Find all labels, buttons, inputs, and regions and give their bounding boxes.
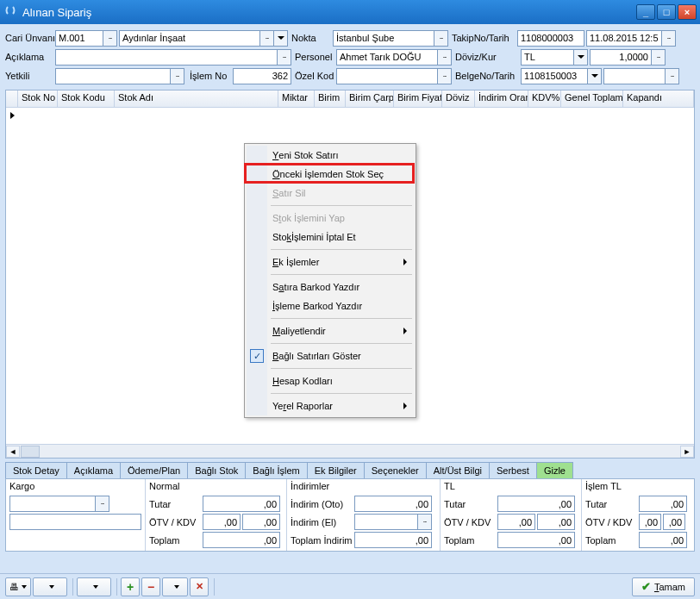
normal-toplam-label: Toplam [149, 535, 203, 546]
belge-tarih-picker[interactable]: ··· [666, 68, 679, 84]
aciklama-input[interactable] [55, 49, 278, 66]
tab-demeplan[interactable]: Ödeme/Plan [120, 462, 188, 478]
kur-picker[interactable]: ··· [652, 49, 666, 66]
footer-dropdown-3[interactable] [77, 577, 111, 596]
scroll-left-button[interactable]: ◄ [6, 446, 20, 458]
scroll-thumb[interactable] [21, 446, 40, 458]
personel-input[interactable] [336, 49, 438, 66]
doviz-input[interactable] [521, 49, 574, 66]
islem-no-label: İşlem No [190, 71, 233, 81]
nokta-input[interactable] [333, 30, 434, 47]
grid-header-miktar[interactable]: Miktar [278, 90, 315, 107]
grid-header-selector[interactable] [6, 90, 18, 107]
tab-gizle[interactable]: Gizle [536, 462, 573, 478]
cari-name-input[interactable] [119, 30, 260, 47]
cari-name-picker[interactable]: ··· [260, 30, 274, 47]
grid-header-stokadi[interactable]: Stok Adı [115, 90, 278, 107]
toplam-indirim-input[interactable] [354, 532, 432, 548]
cari-code-picker[interactable]: ··· [103, 30, 117, 47]
islemtl-toplam-input[interactable] [639, 532, 687, 548]
context-menu-item[interactable]: Hesap Kodları [247, 371, 414, 390]
grid-header-birimcarp[interactable]: Birim Çarp [346, 90, 394, 107]
tl-tutar-input[interactable] [497, 496, 575, 512]
context-menu-item[interactable]: Stok İşlemini İptal Et [247, 228, 414, 246]
tab-aklama[interactable]: Açıklama [66, 462, 121, 478]
kargo-picker[interactable]: ··· [96, 496, 109, 512]
normal-otv-input[interactable] [203, 514, 241, 530]
tab-balilem[interactable]: Bağlı İşlem [245, 462, 307, 478]
grid-header-kdv[interactable]: KDV% [528, 90, 561, 107]
print-button[interactable]: 🖶 [5, 577, 31, 596]
takip-no-input[interactable] [517, 30, 584, 47]
personel-picker[interactable]: ··· [438, 49, 452, 66]
indirim-el-picker[interactable]: ··· [418, 514, 432, 530]
context-menu-item[interactable]: Bağlı Satırları Göster✓ [247, 346, 414, 365]
kur-input[interactable] [590, 49, 652, 66]
tab-seenekler[interactable]: Seçenekler [364, 462, 427, 478]
tab-stokdetay[interactable]: Stok Detay [5, 462, 67, 478]
indirim-el-input[interactable] [354, 514, 418, 530]
minimize-button[interactable]: _ [636, 4, 655, 20]
normal-toplam-input[interactable] [203, 532, 280, 548]
add-button[interactable]: + [121, 577, 140, 596]
islem-no-input[interactable] [233, 68, 291, 84]
nokta-picker[interactable]: ··· [434, 30, 448, 47]
maximize-button[interactable]: □ [657, 4, 676, 20]
context-menu-item[interactable]: Yeni Stok Satırı [247, 146, 414, 165]
yetkili-input[interactable] [55, 68, 171, 84]
grid-header-stokno[interactable]: Stok No [18, 90, 58, 107]
grid-header-geneltoplam[interactable]: Genel Toplam [561, 90, 623, 107]
belge-no-input[interactable] [521, 68, 588, 84]
doviz-dropdown[interactable] [574, 49, 588, 66]
tl-toplam-input[interactable] [497, 532, 575, 548]
normal-tutar-input[interactable] [203, 496, 280, 512]
islemtl-tutar-input[interactable] [639, 496, 687, 512]
context-menu-item[interactable]: Önceki İşlemden Stok Seç [247, 165, 414, 184]
cari-name-dropdown[interactable] [274, 30, 288, 47]
grid-header-kapandi[interactable]: Kapandı [623, 90, 694, 107]
takip-tarih-input[interactable] [586, 30, 662, 47]
tl-kdv-input[interactable] [537, 514, 575, 530]
tab-altstbilgi[interactable]: Alt/Üst Bilgi [426, 462, 490, 478]
indirim-oto-input[interactable] [354, 496, 432, 512]
islemtl-otv-input[interactable] [639, 514, 661, 530]
belge-no-dropdown[interactable] [588, 68, 602, 84]
belge-tarih-input[interactable] [603, 68, 666, 84]
delete-button[interactable]: ✕ [190, 577, 209, 596]
grid-header-stokkodu[interactable]: Stok Kodu [58, 90, 115, 107]
grid-header-indirimoran[interactable]: İndirim Oran [475, 90, 528, 107]
takip-tarih-picker[interactable]: ··· [662, 30, 676, 47]
aciklama-picker[interactable]: ··· [278, 49, 291, 66]
context-menu-item[interactable]: Ek İşlemler [247, 253, 414, 271]
grid-header-birimfiyat[interactable]: Birim Fiyat [394, 90, 442, 107]
islemtl-toplam-label: Toplam [585, 535, 639, 546]
scroll-right-button[interactable]: ► [680, 446, 694, 458]
x-icon: ✕ [196, 581, 203, 592]
tab-ekbilgiler[interactable]: Ek Bilgiler [307, 462, 365, 478]
ozel-kod-input[interactable] [336, 68, 438, 84]
grid-header-birim[interactable]: Birim [315, 90, 346, 107]
context-menu-item[interactable]: Yerel Raporlar [247, 396, 414, 415]
tab-balstok[interactable]: Bağlı Stok [187, 462, 246, 478]
tamam-button[interactable]: ✔TTamamamam [632, 577, 695, 596]
footer-dropdown-4[interactable] [162, 577, 188, 596]
cari-code-input[interactable] [55, 30, 103, 47]
grid-hscroll[interactable]: ◄ ► [6, 444, 694, 458]
kargo-input-2[interactable] [9, 514, 141, 530]
tl-toplam-label: Toplam [444, 535, 497, 546]
islemtl-kdv-input[interactable] [663, 514, 685, 530]
tl-otv-input[interactable] [497, 514, 535, 530]
normal-kdv-input[interactable] [242, 514, 280, 530]
grid-header-doviz[interactable]: Döviz [442, 90, 475, 107]
context-menu-item[interactable]: Satıra Barkod Yazdır [247, 278, 414, 296]
kargo-input-1[interactable] [9, 496, 96, 512]
ozel-kod-picker[interactable]: ··· [438, 68, 452, 84]
context-menu-item[interactable]: İşleme Barkod Yazdır [247, 296, 414, 315]
close-button[interactable]: × [678, 4, 697, 20]
yetkili-picker[interactable]: ··· [171, 68, 184, 84]
footer-dropdown-2[interactable] [33, 577, 67, 596]
islemtl-otvkdv-label: ÖTV / KDV [585, 517, 639, 527]
tab-serbest[interactable]: Serbest [489, 462, 537, 478]
remove-button[interactable]: − [141, 577, 160, 596]
context-menu-item[interactable]: Maliyetlendir [247, 321, 414, 340]
